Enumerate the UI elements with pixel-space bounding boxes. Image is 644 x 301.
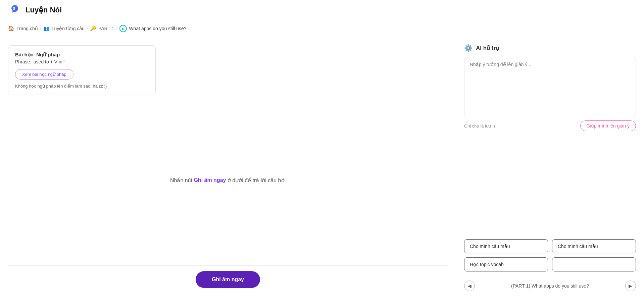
ai-title: AI hỗ trợ (476, 45, 499, 52)
breadcrumb: 🏠 Trang chủ › 👥 Luyện từng câu › 🔑 PART … (0, 20, 644, 37)
suggestion-grid: Cho mình câu mẫu Cho mình câu mẫu Học to… (464, 239, 636, 271)
people-icon: 👥 (43, 26, 50, 32)
ai-header: ⚙️ AI hỗ trợ (464, 44, 636, 52)
lesson-card: Bài học: Ngữ pháp Phrase: 'used to + V-i… (8, 45, 156, 95)
play-circle-icon: ▶ (119, 25, 127, 32)
app-logo: S (8, 3, 21, 17)
breadcrumb-practice-label[interactable]: Luyện từng câu (52, 26, 85, 31)
record-button-bar: Ghi âm ngay (8, 265, 448, 293)
suggestion-btn-1[interactable]: Cho mình câu mẫu (552, 239, 636, 253)
breadcrumb-part-label[interactable]: PART 1 (98, 26, 114, 31)
breadcrumb-sep-2: › (87, 26, 88, 31)
main-prompt: Nhấn nút Ghi âm ngay ở dưới để trả lời c… (8, 95, 448, 265)
ai-footer-note: Ghi chú là lưu :) (464, 123, 495, 129)
left-panel: Bài học: Ngữ pháp Phrase: 'used to + V-i… (0, 37, 456, 301)
suggestion-btn-3[interactable] (552, 257, 636, 271)
suggestion-btn-2[interactable]: Học topic vocab (464, 257, 548, 271)
breadcrumb-question-label: What apps do you still use? (129, 26, 186, 31)
breadcrumb-sep-1: › (40, 26, 41, 31)
main-layout: Bài học: Ngữ pháp Phrase: 'used to + V-i… (0, 37, 644, 301)
breadcrumb-question: ▶ What apps do you still use? (119, 25, 186, 32)
ai-help-button[interactable]: Giúp mình lên giàn ý (580, 120, 636, 131)
ai-icon: ⚙️ (464, 44, 473, 52)
prompt-prefix: Nhấn nút (170, 177, 192, 184)
breadcrumb-home-label[interactable]: Trang chủ (16, 26, 38, 31)
nav-bar: ◀ (PART 1) What apps do you still use? ▶ (464, 277, 636, 295)
nav-next-button[interactable]: ▶ (625, 281, 636, 291)
breadcrumb-home[interactable]: 🏠 Trang chủ (8, 26, 38, 32)
svg-text:S: S (13, 6, 15, 10)
app-title: Luyện Nói (26, 6, 62, 14)
right-panel: ⚙️ AI hỗ trợ Ghi chú là lưu :) Giúp mình… (456, 37, 644, 301)
header: S Luyện Nói (0, 0, 644, 20)
key-icon: 🔑 (90, 26, 96, 32)
prompt-highlight: Ghi âm ngay (194, 177, 226, 183)
lesson-note: Không học ngữ pháp lên điểm làm sao, hai… (15, 84, 149, 89)
lesson-subtitle: Phrase: 'used to + V-inf' (15, 59, 149, 64)
breadcrumb-part[interactable]: 🔑 PART 1 (90, 26, 114, 32)
ai-textarea[interactable] (464, 57, 636, 117)
breadcrumb-sep-3: › (116, 26, 117, 31)
lesson-button[interactable]: Xem bài học ngữ pháp (15, 69, 73, 80)
lesson-title: Bài học: Ngữ pháp (15, 52, 149, 58)
breadcrumb-practice[interactable]: 👥 Luyện từng câu (43, 26, 85, 32)
ai-footer: Ghi chú là lưu :) Giúp mình lên giàn ý (464, 120, 636, 131)
nav-prev-button[interactable]: ◀ (464, 281, 475, 291)
home-icon: 🏠 (8, 26, 14, 32)
prompt-suffix: ở dưới để trả lời câu hỏi (228, 177, 286, 184)
nav-text: (PART 1) What apps do you still use? (511, 283, 589, 289)
record-button[interactable]: Ghi âm ngay (196, 271, 260, 288)
suggestion-btn-0[interactable]: Cho mình câu mẫu (464, 239, 548, 253)
